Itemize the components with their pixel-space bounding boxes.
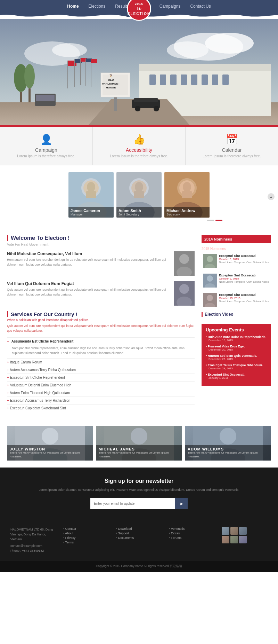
newsletter-submit[interactable]: ➤ [175,498,188,509]
event-date-2: December 25, 2015 [208,358,267,361]
nav-elections[interactable]: Elections [84,4,111,9]
article-img-1 [174,281,195,306]
newsletter-form: ➤ [90,498,188,509]
services-title: Services For Our Country ! [7,311,195,317]
nominee-info-2: Excepturi Sint Occaecati October 15, 201… [219,293,270,307]
hero-section: 🦅 OLD PARLIAMENT HOUSE [0,19,278,127]
nominee-svg-2 [203,293,217,307]
feature-campaign-title: Campaign [3,147,89,153]
event-date-3: December 28, 2015 [208,367,267,370]
nav-home[interactable]: Home [62,4,83,9]
team-card-2[interactable]: Michael Andrew Secretary [164,172,210,218]
svg-point-63 [179,284,189,294]
hero-sign: 🦅 OLD PARLIAMENT HOUSE [97,74,125,89]
welcome-subtitle: Vote For Real Government. [7,243,195,246]
svg-rect-32 [134,98,158,102]
footer-phone: Phone : +844 35349182 [10,548,56,553]
feature-calendar[interactable]: 📅 Calendar Lorem Ipsum is therefore alwa… [186,127,278,165]
list-item-0[interactable]: Itaque Earum Rerum [7,358,195,366]
accordion-header-open[interactable]: − Assumenda Est Cliche Reprehenderit [7,337,195,345]
feature-accessibility[interactable]: 👍 Accessibility Lorem Ipsum is therefore… [93,127,186,165]
svg-rect-9 [149,74,156,85]
team-dot-1[interactable] [215,220,222,221]
footer-link-about[interactable]: About [63,532,109,535]
list-item-3[interactable]: Voluptatum Deleniti Enim Eiusmod High [7,381,195,389]
nominee-2[interactable]: Excepturi Sint Occaecati October 15, 201… [202,292,271,308]
people-card-0[interactable]: JOLLY WINSTON There Are Many Variations … [7,426,93,461]
footer-company-text: HALOVIETNAM LTD 66, Dang Van ngu, Dong D… [10,527,56,542]
feature-campaign-desc: Lorem Ipsum is therefore always free. [3,154,89,158]
footer-link-contact[interactable]: Contact [63,527,109,531]
footer-link-support[interactable]: Support [116,532,162,535]
hero-background: 🦅 OLD PARLIAMENT HOUSE [0,19,278,127]
article-1: Vel Illum Qui Dolorem Eum Fugiat Quis au… [7,281,195,306]
team-card-0[interactable]: James Cameron Manager [68,172,114,218]
svg-rect-58 [182,191,192,198]
svg-point-72 [207,295,213,301]
footer-link-documents[interactable]: Documents [116,536,162,540]
people-card-1[interactable]: MICHEAL JAMES There Are Many Variations … [96,426,182,461]
footer-link-privacy[interactable]: Privacy [63,536,109,540]
svg-rect-52 [134,191,144,198]
people-name-1: MICHEAL JAMES [99,447,179,451]
footer-link-terms[interactable]: Terms [63,541,109,544]
people-card-2[interactable]: ADOM WILLIUMS There Are Many Variations … [185,426,271,461]
nominee-1[interactable]: Excepturi Sint Occaecati October 9, 2015… [202,272,271,289]
footer-link-venenatis[interactable]: Venenatis [169,527,215,531]
services-subtitle: When a politician with good intentions d… [7,318,195,322]
event-3: Eros Eget Tellus Tristique Bibendum. Dec… [206,363,267,370]
hero-sign-text: 🦅 OLD PARLIAMENT HOUSE [97,74,125,89]
team-name-2: Michael Andrew [166,209,207,213]
features-section: 👤 Campaign Lorem Ipsum is therefore alwa… [0,127,278,165]
minus-icon: − [7,339,9,343]
nominee-0[interactable]: Excepturi Sint Occaecati October 3, 2015… [202,253,271,269]
people-name-2: ADOM WILLIUMS [188,447,268,451]
footer-col-0: Contact About Privacy Terms [63,527,109,553]
footer-link-download[interactable]: Download [116,527,162,531]
services-list: Itaque Earum Rerum Autem Accusamus Terry… [7,358,195,412]
list-item-4[interactable]: Autem Enim Eiusmod High Quibusdam [7,389,195,396]
nominee-name-1: Excepturi Sint Occaecati [219,274,270,277]
svg-rect-36 [36,95,55,101]
footer-link-forums[interactable]: Forums [169,536,215,540]
welcome-title: Welcome To Election ! [7,235,195,241]
hero-red-bar [0,125,278,127]
nav-contact[interactable]: Contact Us [185,4,215,9]
footer-company-col: HALOVIETNAM LTD 66, Dang Van ngu, Dong D… [10,527,56,553]
footer-avatar-2 [239,527,247,535]
nominees-year: 2015 Nominees [202,245,271,253]
list-item-1[interactable]: Autem Accusamus Terry Richa Quibusdam [7,366,195,374]
nav-campaigns[interactable]: Campaigns [155,4,186,9]
newsletter-title: Sign up for our newsletter [7,478,271,484]
scroll-arrow[interactable]: ▲ [268,193,275,200]
people-overlay-1: MICHEAL JAMES There Are Many Variations … [96,445,182,461]
feature-calendar-title: Calendar [189,147,275,153]
team-caption-2: Michael Andrew Secretary [164,207,210,218]
navigation: Home Elections Results 2015 ❧ ELECTION A… [0,0,278,13]
list-item-2[interactable]: Excepturi Sint Cliche Reprehenderit [7,374,195,381]
svg-rect-11 [170,74,177,85]
logo-year: 2015 [135,2,143,6]
svg-rect-39 [20,92,22,102]
nominees-title: 2014 Nominees [204,237,268,241]
article-title-0: Nihil Molestiae Consequatur, Vel Illum [7,251,170,256]
svg-point-69 [207,275,213,282]
team-card-1[interactable]: Adom Smith Joint Secretary [116,172,162,218]
list-item-5[interactable]: Excepturi Accusamus Terry Richardson [7,396,195,404]
nominee-svg-0 [203,254,217,268]
svg-rect-14 [202,74,208,85]
svg-point-3 [167,41,208,59]
team-dot-0[interactable] [207,220,214,221]
newsletter-input[interactable] [90,498,175,509]
article-svg-1 [174,281,195,306]
footer-bottom: Copyright © 2015 Company name All rights… [0,560,278,572]
list-item-6[interactable]: Excepturi Cupidatat Skateboard Sint [7,404,195,412]
election-video[interactable]: Election Video [202,312,271,317]
team-role-0: Manager [71,213,112,216]
accordion-title-open: Assumenda Est Cliche Reprehenderit [11,339,73,343]
right-column: 2014 Nominees 2015 Nominees Excepturi Si… [202,235,271,412]
footer-link-extras[interactable]: Extras [169,532,215,535]
feature-campaign[interactable]: 👤 Campaign Lorem Ipsum is therefore alwa… [0,127,93,165]
nominee-date-2: October 15, 2015 [219,297,270,300]
event-name-4: Excepturi Sint Occaecati. [206,373,267,376]
